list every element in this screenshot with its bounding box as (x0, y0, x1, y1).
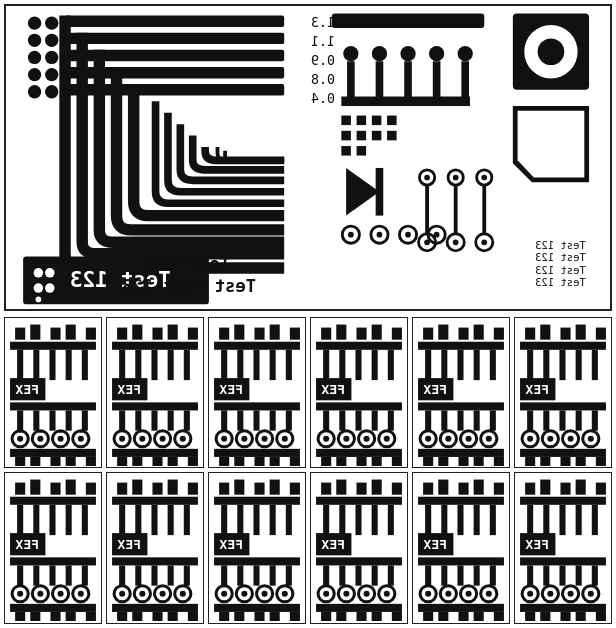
svg-rect-41 (357, 146, 367, 156)
svg-rect-258 (135, 566, 141, 586)
svg-point-57 (453, 175, 459, 181)
svg-point-357 (547, 591, 553, 597)
svg-rect-294 (316, 497, 402, 505)
svg-rect-30 (461, 61, 469, 99)
svg-point-171 (323, 436, 329, 442)
svg-rect-38 (372, 131, 382, 141)
svg-text:Test 123: Test 123 (449, 267, 550, 291)
svg-rect-227 (33, 505, 39, 535)
svg-rect-330 (490, 566, 496, 586)
svg-text:Test 123: Test 123 (535, 264, 585, 276)
svg-rect-202 (520, 342, 606, 350)
svg-rect-280 (221, 566, 227, 586)
svg-point-246 (78, 591, 84, 597)
svg-rect-27 (376, 61, 384, 99)
pcb-cell-1-1: FEX (4, 317, 102, 469)
svg-rect-353 (592, 566, 598, 586)
svg-rect-279 (214, 558, 300, 566)
svg-text:Test 123: Test 123 (535, 239, 585, 251)
svg-rect-121 (151, 410, 157, 430)
svg-rect-93 (33, 410, 39, 430)
pcb-cell-1-2: FEX (106, 317, 204, 469)
svg-point-194 (425, 436, 431, 442)
svg-point-102 (58, 436, 64, 442)
svg-point-4 (28, 51, 41, 64)
svg-point-53 (538, 38, 565, 65)
svg-rect-214 (576, 410, 582, 430)
svg-point-9 (45, 85, 58, 98)
svg-rect-348 (520, 558, 606, 566)
svg-rect-84 (17, 350, 23, 380)
svg-rect-282 (253, 566, 259, 586)
pcb-cell-2-2: FEX (106, 472, 204, 624)
svg-rect-325 (418, 558, 504, 566)
svg-rect-95 (66, 410, 72, 430)
svg-rect-205 (559, 350, 565, 380)
svg-rect-96 (82, 410, 88, 430)
svg-rect-272 (221, 505, 227, 535)
svg-rect-238 (82, 566, 88, 586)
pcb-cell-1-3: FEX (208, 317, 306, 469)
svg-rect-350 (543, 566, 549, 586)
svg-rect-228 (49, 505, 55, 535)
svg-rect-328 (457, 566, 463, 586)
svg-rect-273 (237, 505, 243, 535)
svg-rect-236 (49, 566, 55, 586)
svg-point-173 (343, 436, 349, 442)
svg-rect-352 (576, 566, 582, 586)
svg-rect-190 (457, 410, 463, 430)
svg-point-175 (364, 436, 370, 442)
svg-rect-248 (112, 497, 198, 505)
svg-rect-83 (10, 342, 96, 350)
svg-rect-146 (286, 410, 292, 430)
svg-text:FEX: FEX (525, 382, 549, 397)
svg-rect-87 (66, 350, 72, 380)
svg-point-64 (424, 239, 430, 245)
svg-point-6 (28, 68, 41, 81)
svg-rect-189 (441, 410, 447, 430)
svg-point-48 (405, 232, 411, 238)
svg-rect-229 (66, 505, 72, 535)
svg-rect-344 (576, 505, 582, 535)
svg-point-5 (45, 51, 58, 64)
svg-rect-253 (184, 505, 190, 535)
svg-rect-187 (418, 402, 504, 410)
svg-rect-169 (388, 410, 394, 430)
svg-rect-275 (270, 505, 276, 535)
svg-rect-261 (184, 566, 190, 586)
svg-rect-329 (474, 566, 480, 586)
svg-rect-112 (135, 350, 141, 380)
svg-point-332 (425, 591, 431, 597)
svg-rect-318 (425, 505, 431, 535)
svg-point-25 (458, 46, 473, 61)
svg-rect-307 (388, 566, 394, 586)
svg-rect-115 (184, 350, 190, 380)
svg-rect-161 (388, 350, 394, 380)
svg-point-290 (262, 591, 268, 597)
svg-rect-299 (388, 505, 394, 535)
svg-rect-274 (253, 505, 259, 535)
svg-rect-178 (316, 449, 402, 457)
svg-rect-132 (112, 449, 198, 457)
svg-text:FEX: FEX (321, 538, 345, 553)
svg-point-7 (45, 68, 58, 81)
svg-rect-210 (520, 402, 606, 410)
svg-rect-138 (286, 350, 292, 380)
svg-point-68 (481, 239, 487, 245)
svg-rect-339 (418, 604, 504, 612)
svg-rect-250 (135, 505, 141, 535)
svg-rect-15 (65, 16, 284, 27)
svg-rect-167 (355, 410, 361, 430)
svg-point-100 (37, 436, 43, 442)
svg-rect-251 (151, 505, 157, 535)
svg-rect-233 (10, 558, 96, 566)
svg-rect-322 (490, 505, 496, 535)
svg-point-265 (139, 591, 145, 597)
svg-rect-206 (576, 350, 582, 380)
svg-rect-136 (253, 350, 259, 380)
svg-point-46 (377, 232, 383, 238)
svg-text:FEX: FEX (423, 382, 447, 397)
svg-rect-37 (357, 131, 367, 141)
svg-text:1.3: 1.3 (311, 15, 335, 30)
svg-text:FEX: FEX (423, 538, 447, 553)
